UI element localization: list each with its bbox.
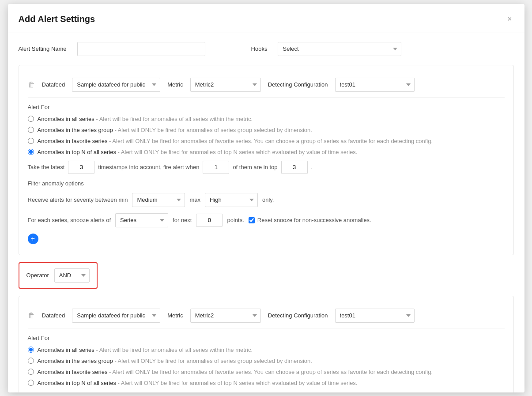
- section1-radio-1-label: Anomalies in all series - Alert will be …: [38, 116, 253, 122]
- modal-body: Alert Setting Name Hooks Select 🗑 Datafe…: [8, 33, 524, 392]
- section1-snooze-row: For each series, snooze alerts of Series…: [28, 213, 505, 227]
- points-label: points.: [227, 217, 244, 223]
- section2-radio-4-input[interactable]: [28, 380, 34, 386]
- top-n-input[interactable]: [281, 161, 308, 174]
- section1-detecting-label: Detecting Configuration: [268, 81, 328, 88]
- section1-alert-for-title: Alert For: [28, 104, 505, 110]
- alert-name-label: Alert Setting Name: [19, 45, 67, 52]
- section1-radio-group: Anomalies in all series - Alert will be …: [28, 116, 505, 155]
- section1-radio-1-input[interactable]: [28, 116, 34, 122]
- section2-datafeed-select[interactable]: Sample datafeed for public: [72, 309, 160, 323]
- section1-inline-inputs: Take the latest timestamps into account,…: [28, 161, 505, 174]
- section-1-card: 🗑 Datafeed Sample datafeed for public Me…: [19, 65, 514, 255]
- severity-min-select[interactable]: Low Medium High Critical: [132, 193, 185, 207]
- section1-filter-title: Filter anomaly options: [28, 180, 505, 187]
- reset-snooze-label: Reset snooze for non-successive anomalie…: [257, 217, 371, 223]
- modal-header: Add Alert Settings ×: [8, 4, 524, 33]
- alert-name-input[interactable]: [77, 42, 205, 56]
- section1-radio-4-label: Anomalies in top N of all series - Alert…: [38, 149, 358, 155]
- section2-radio-1-input[interactable]: [28, 347, 34, 353]
- add-filter-button[interactable]: +: [28, 234, 38, 244]
- section2-radio-4-label: Anomalies in top N of all series - Alert…: [38, 380, 358, 386]
- section2-radio-3-label: Anomalies in favorite series - Alert wil…: [38, 369, 433, 375]
- section2-delete-icon[interactable]: 🗑: [28, 312, 35, 320]
- for-next-label: for next: [173, 217, 192, 223]
- section2-alert-for-title: Alert For: [28, 335, 505, 341]
- section2-alert-for: Alert For Anomalies in all series - Aler…: [28, 328, 505, 386]
- section-2-card: 🗑 Datafeed Sample datafeed for public Me…: [19, 296, 514, 392]
- take-latest-label: Take the latest: [28, 164, 65, 170]
- section1-radio-2-input[interactable]: [28, 127, 34, 133]
- section1-radio-1: Anomalies in all series - Alert will be …: [28, 116, 505, 122]
- section2-radio-2-label: Anomalies in the series group - Alert wi…: [38, 358, 312, 364]
- section2-radio-1: Anomalies in all series - Alert will be …: [28, 347, 505, 353]
- take-latest-input[interactable]: [68, 161, 94, 174]
- modal-title: Add Alert Settings: [19, 14, 95, 24]
- close-button[interactable]: ×: [506, 13, 514, 26]
- section1-radio-3: Anomalies in favorite series - Alert wil…: [28, 138, 505, 144]
- of-them-label: of them are in top: [233, 164, 277, 170]
- section1-datafeed-row: 🗑 Datafeed Sample datafeed for public Me…: [28, 72, 505, 98]
- snooze-label: For each series, snooze alerts of: [28, 217, 111, 223]
- max-label: max: [189, 196, 200, 203]
- operator-row: Operator AND OR: [19, 262, 98, 289]
- section1-severity-row: Receive alerts for severity between min …: [28, 193, 505, 207]
- section2-radio-group: Anomalies in all series - Alert will be …: [28, 347, 505, 386]
- section1-datafeed-label: Datafeed: [42, 81, 65, 88]
- section1-delete-icon[interactable]: 🗑: [28, 81, 35, 89]
- section2-metric-label: Metric: [167, 312, 183, 319]
- section2-radio-3: Anomalies in favorite series - Alert wil…: [28, 369, 505, 375]
- section2-radio-3-input[interactable]: [28, 369, 34, 375]
- reset-snooze-checkbox[interactable]: [249, 217, 255, 223]
- section2-detecting-label: Detecting Configuration: [268, 312, 328, 319]
- section1-radio-4: Anomalies in top N of all series - Alert…: [28, 149, 505, 155]
- section2-detecting-select[interactable]: test01: [335, 309, 415, 323]
- operator-label: Operator: [26, 272, 49, 279]
- hooks-label: Hooks: [251, 45, 268, 52]
- timestamps-label: timestamps into account, fire alert when: [98, 164, 199, 170]
- section1-radio-2: Anomalies in the series group - Alert wi…: [28, 127, 505, 133]
- section1-filter: Filter anomaly options Receive alerts fo…: [28, 174, 505, 248]
- top-fields-row: Alert Setting Name Hooks Select: [19, 42, 514, 56]
- section1-datafeed-select[interactable]: Sample datafeed for public: [72, 78, 160, 92]
- only-label: only.: [262, 196, 274, 203]
- severity-max-select[interactable]: Low Medium High Critical: [205, 193, 258, 207]
- section1-radio-4-input[interactable]: [28, 149, 34, 155]
- section1-alert-for: Alert For Anomalies in all series - Aler…: [28, 98, 505, 174]
- section1-radio-3-input[interactable]: [28, 138, 34, 144]
- snooze-points-input[interactable]: [196, 214, 223, 227]
- section2-radio-4: Anomalies in top N of all series - Alert…: [28, 380, 505, 386]
- fire-when-input[interactable]: [203, 161, 229, 174]
- section2-datafeed-label: Datafeed: [42, 312, 65, 319]
- section2-radio-2-input[interactable]: [28, 358, 34, 364]
- operator-select[interactable]: AND OR: [54, 268, 90, 283]
- section2-metric-select[interactable]: Metric2: [190, 309, 261, 323]
- section1-metric-select[interactable]: Metric2: [190, 78, 261, 92]
- section2-radio-1-label: Anomalies in all series - Alert will be …: [38, 347, 253, 353]
- section1-radio-2-label: Anomalies in the series group - Alert wi…: [38, 127, 312, 133]
- section1-radio-3-label: Anomalies in favorite series - Alert wil…: [38, 138, 433, 144]
- section2-radio-2: Anomalies in the series group - Alert wi…: [28, 358, 505, 364]
- hooks-select[interactable]: Select: [278, 42, 401, 56]
- snooze-type-select[interactable]: Series Metric All: [115, 213, 168, 227]
- add-alert-modal: Add Alert Settings × Alert Setting Name …: [8, 4, 524, 392]
- section1-metric-label: Metric: [167, 81, 183, 88]
- section1-detecting-select[interactable]: test01: [335, 78, 415, 92]
- section2-datafeed-row: 🗑 Datafeed Sample datafeed for public Me…: [28, 303, 505, 328]
- reset-snooze-checkbox-item: Reset snooze for non-successive anomalie…: [249, 217, 371, 223]
- receive-label: Receive alerts for severity between min: [28, 196, 128, 203]
